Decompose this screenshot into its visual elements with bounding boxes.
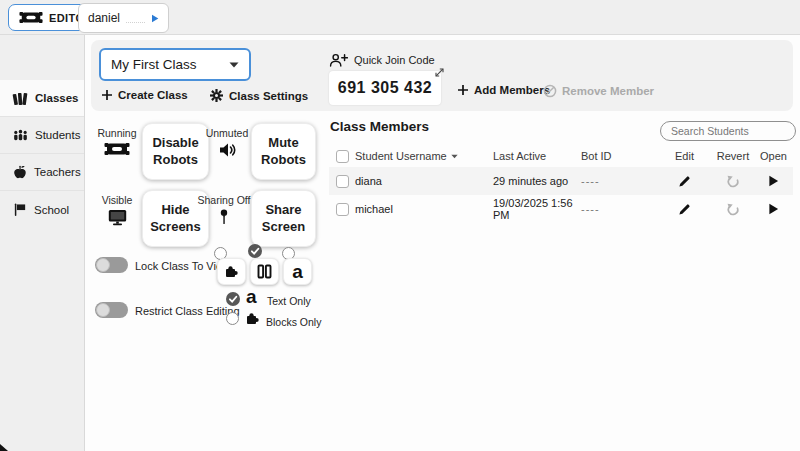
row-bot-id: ---- xyxy=(581,175,657,187)
open-button[interactable] xyxy=(754,175,793,187)
robot-status-text: Running xyxy=(93,127,141,139)
top-bar: EDITOR daniel xyxy=(0,0,800,35)
select-all-checkbox[interactable] xyxy=(336,150,349,163)
edit-button[interactable] xyxy=(657,203,712,216)
text-mode-button[interactable]: a xyxy=(283,258,312,285)
run-play-icon[interactable] xyxy=(151,14,159,23)
class-settings-label: Class Settings xyxy=(229,90,308,102)
quick-join-header: Quick Join Code xyxy=(329,53,435,67)
user-tab[interactable]: daniel xyxy=(78,3,169,33)
sidebar: Classes Students Teachers School xyxy=(0,35,85,451)
pencil-icon xyxy=(678,175,691,188)
puzzle-icon xyxy=(245,311,260,326)
sidebar-nav: Classes Students Teachers School xyxy=(0,80,84,228)
table-header-row: Student Username Last Active Bot ID Edit… xyxy=(329,145,793,167)
puzzle-icon xyxy=(224,264,239,279)
class-panel: My First Class Create Class Class Settin… xyxy=(91,40,793,111)
sharing-status-text: Sharing Off xyxy=(193,194,255,206)
add-members-button[interactable]: Add Members xyxy=(457,84,550,96)
row-checkbox[interactable] xyxy=(336,203,349,216)
restrict-editing-label: Restrict Class Editing xyxy=(135,305,240,317)
sidebar-label: Classes xyxy=(35,92,78,104)
row-last-active: 29 minutes ago xyxy=(493,175,581,187)
sort-down-icon xyxy=(451,154,458,159)
blocks-mode-button[interactable] xyxy=(217,258,246,285)
col-username-label: Student Username xyxy=(355,150,447,162)
text-only-radio-checked[interactable] xyxy=(226,292,240,306)
screen-status: Visible xyxy=(93,194,141,230)
play-icon xyxy=(768,203,779,215)
text-a-icon: a xyxy=(246,287,257,306)
monitor-icon xyxy=(108,209,127,226)
sidebar-item-classes[interactable]: Classes xyxy=(0,80,84,117)
plus-icon xyxy=(457,84,469,96)
toggle-knob xyxy=(96,303,110,317)
table-row[interactable]: diana 29 minutes ago ---- xyxy=(329,167,793,195)
remove-member-label: Remove Member xyxy=(562,85,654,97)
row-username: diana xyxy=(355,175,493,187)
gear-icon xyxy=(209,88,224,103)
revert-button[interactable] xyxy=(712,175,754,188)
class-select-value: My First Class xyxy=(111,57,197,72)
split-mode-button[interactable] xyxy=(250,258,279,285)
row-bot-id: ---- xyxy=(581,203,657,215)
col-open: Open xyxy=(754,150,793,162)
robot-icon xyxy=(104,142,130,156)
play-icon xyxy=(768,175,779,187)
speaker-icon xyxy=(218,142,237,158)
table-row[interactable]: michael 19/03/2025 1:56 PM ---- xyxy=(329,195,793,223)
audio-status-text: Unmuted xyxy=(203,127,251,139)
blocks-only-radio[interactable] xyxy=(226,312,239,325)
quick-join-code: 691 305 432 xyxy=(338,79,432,97)
people-icon xyxy=(12,128,29,142)
quick-join-label: Quick Join Code xyxy=(354,54,435,66)
app-window: EDITOR daniel Classes Students Teachers xyxy=(0,0,800,451)
quick-join-code-card[interactable]: 691 305 432 xyxy=(329,71,441,105)
robot-icon xyxy=(19,11,43,24)
person-add-icon xyxy=(329,53,348,67)
plus-icon xyxy=(101,89,113,101)
row-last-active: 19/03/2025 1:56 PM xyxy=(493,197,581,221)
restrict-editing-toggle[interactable] xyxy=(95,302,128,318)
user-tab-label: daniel xyxy=(88,11,120,25)
tab-dotted-rule xyxy=(126,22,145,23)
row-username: michael xyxy=(355,203,493,215)
sidebar-item-school[interactable]: School xyxy=(0,191,84,228)
screen-status-text: Visible xyxy=(93,194,141,206)
col-last-active: Last Active xyxy=(493,150,581,162)
slash-circle-icon xyxy=(543,84,557,98)
lock-class-toggle[interactable] xyxy=(95,257,128,273)
disable-robots-button[interactable]: Disable Robots xyxy=(142,123,209,180)
search-students-input[interactable] xyxy=(660,121,796,141)
create-class-label: Create Class xyxy=(118,89,188,101)
disable-robots-label: Disable Robots xyxy=(143,135,208,168)
create-class-button[interactable]: Create Class xyxy=(101,89,188,101)
mode-radio-split-checked[interactable] xyxy=(248,244,262,258)
share-screen-label: Share Screen xyxy=(252,202,315,235)
col-edit: Edit xyxy=(657,150,712,162)
sidebar-item-students[interactable]: Students xyxy=(0,117,84,154)
revert-button[interactable] xyxy=(712,203,754,216)
edit-button[interactable] xyxy=(657,175,712,188)
undo-icon xyxy=(726,175,740,188)
undo-icon xyxy=(726,203,740,216)
col-bot-id: Bot ID xyxy=(581,150,657,162)
add-members-label: Add Members xyxy=(474,84,550,96)
remove-member-button-disabled[interactable]: Remove Member xyxy=(543,84,654,98)
col-username[interactable]: Student Username xyxy=(355,150,493,162)
mute-robots-button[interactable]: Mute Robots xyxy=(251,123,316,180)
sharing-status: Sharing Off xyxy=(193,194,255,229)
expand-icon[interactable] xyxy=(434,67,445,78)
robot-status: Running xyxy=(93,127,141,160)
share-screen-button[interactable]: Share Screen xyxy=(251,190,316,247)
members-title: Class Members xyxy=(330,119,429,134)
audio-status: Unmuted xyxy=(203,127,251,162)
class-settings-button[interactable]: Class Settings xyxy=(209,88,308,103)
row-checkbox[interactable] xyxy=(336,175,349,188)
sidebar-item-teachers[interactable]: Teachers xyxy=(0,154,84,191)
flag-icon xyxy=(12,202,28,217)
split-view-icon xyxy=(257,264,272,279)
open-button[interactable] xyxy=(754,203,793,215)
class-select[interactable]: My First Class xyxy=(99,48,251,81)
lock-class-label: Lock Class To View xyxy=(135,260,230,272)
